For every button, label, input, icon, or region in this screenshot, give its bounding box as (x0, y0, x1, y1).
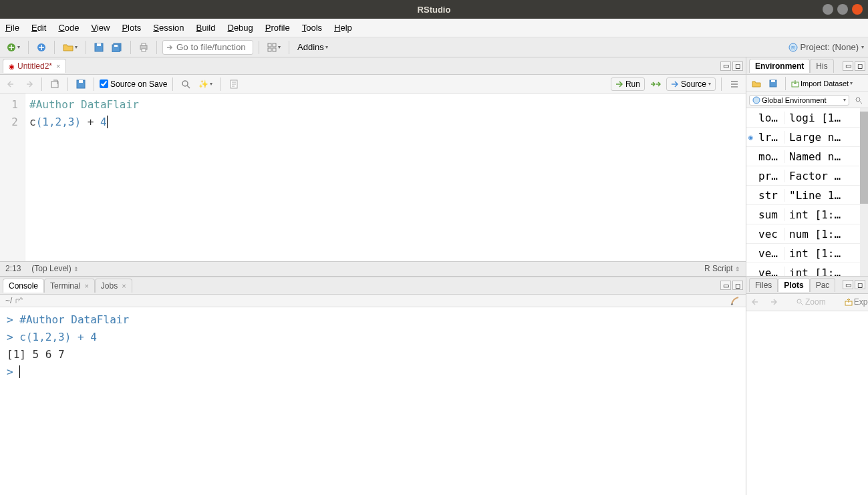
menu-debug[interactable]: Debug (228, 23, 253, 33)
clear-console-icon[interactable] (730, 296, 740, 305)
menu-profile[interactable]: Profile (265, 23, 290, 33)
goto-file-button[interactable] (162, 40, 253, 55)
maximize-pane-button[interactable]: ◻ (732, 281, 743, 290)
project-icon (37, 43, 46, 52)
env-variable-row[interactable]: ve…int [1:… (746, 263, 868, 276)
source-on-save-checkbox[interactable]: Source on Save (100, 79, 167, 89)
forward-button[interactable] (21, 79, 36, 90)
main-toolbar: ▾ ▾ ▾ Addins ▾ R Project: (None) ▾ (0, 37, 868, 57)
arrow-right-icon (24, 80, 33, 88)
load-workspace-button[interactable] (749, 78, 764, 89)
menu-plots[interactable]: Plots (122, 23, 141, 33)
import-dataset-button[interactable]: Import Dataset ▾ (791, 79, 853, 88)
outline-button[interactable] (727, 78, 742, 90)
print-icon (139, 43, 148, 52)
window-maximize-button[interactable] (837, 4, 848, 15)
env-variable-row[interactable]: mo…Named n… (746, 147, 868, 166)
menu-edit[interactable]: Edit (31, 23, 46, 33)
scrollbar[interactable] (860, 108, 868, 276)
maximize-pane-button[interactable]: ◻ (855, 61, 865, 71)
env-variable-row[interactable]: vecnum [1:… (746, 224, 868, 244)
import-icon (791, 79, 799, 88)
zoom-button[interactable]: Zoom (793, 296, 829, 308)
menu-view[interactable]: View (91, 23, 110, 33)
save-button[interactable] (92, 41, 106, 53)
search-icon (181, 79, 190, 89)
tab-environment[interactable]: Environment (749, 59, 810, 73)
menu-code[interactable]: Code (58, 23, 79, 33)
show-in-new-window-button[interactable] (47, 78, 62, 90)
source-tab-untitled2[interactable]: ◉ Untitled2* × (3, 59, 66, 73)
scope-selector[interactable]: (Top Level) ⇕ (31, 264, 79, 273)
svg-rect-12 (268, 48, 271, 51)
next-plot-button[interactable] (766, 297, 780, 307)
save-all-button[interactable] (109, 41, 125, 53)
menu-file[interactable]: File (5, 23, 19, 33)
goto-file-input[interactable] (176, 42, 250, 53)
close-tab-icon[interactable]: × (122, 282, 126, 290)
grid-view-button[interactable]: ▾ (265, 41, 283, 53)
tab-terminal[interactable]: Terminal × (44, 279, 95, 293)
menu-build[interactable]: Build (196, 23, 216, 33)
save-workspace-button[interactable] (766, 78, 780, 89)
open-file-button[interactable]: ▾ (60, 41, 80, 53)
tab-jobs[interactable]: Jobs × (95, 279, 132, 293)
scope-selector[interactable]: Global Environment ▾ (749, 95, 849, 106)
save-source-button[interactable] (74, 78, 88, 90)
minimize-pane-button[interactable]: ▭ (843, 61, 853, 71)
back-button[interactable] (4, 79, 19, 90)
env-scope-bar: Global Environment ▾ (746, 92, 868, 108)
env-variable-row[interactable]: ◉lr…Large n… (746, 128, 868, 147)
prev-plot-button[interactable] (749, 297, 762, 307)
rerun-button[interactable] (647, 79, 664, 90)
save-icon (769, 79, 777, 88)
minimize-pane-button[interactable]: ▭ (843, 280, 853, 289)
find-button[interactable] (178, 78, 193, 90)
env-variable-row[interactable]: str"Line 1… (746, 186, 868, 205)
env-variable-row[interactable]: ve…int [1:… (746, 244, 868, 263)
print-button[interactable] (136, 41, 151, 53)
menu-help[interactable]: Help (334, 23, 352, 33)
popout-icon[interactable] (15, 297, 23, 305)
project-selector[interactable]: R Project: (None) ▾ (788, 42, 864, 52)
arrow-right-icon (769, 298, 777, 306)
tab-files[interactable]: Files (749, 278, 778, 292)
code-tools-button[interactable]: ✨ ▾ (196, 78, 215, 90)
folder-open-icon (63, 43, 74, 52)
new-file-button[interactable]: ▾ (4, 41, 23, 53)
console-output[interactable]: > #Author DataFlair > c(1,2,3) + 4 [1] 5… (0, 307, 746, 496)
window-minimize-button[interactable] (823, 4, 833, 15)
svg-rect-18 (79, 80, 83, 83)
tab-packages[interactable]: Pac (810, 278, 836, 292)
svg-point-26 (797, 299, 801, 303)
env-variable-row[interactable]: sumint [1:… (746, 205, 868, 224)
file-type-selector[interactable]: R Script ⇕ (704, 264, 740, 273)
run-button[interactable]: Run (611, 77, 645, 91)
menu-session[interactable]: Session (153, 23, 184, 33)
menu-tools[interactable]: Tools (302, 23, 322, 33)
maximize-pane-button[interactable]: ◻ (732, 61, 743, 71)
new-project-button[interactable] (34, 41, 49, 53)
code-editor[interactable]: 1 2 #Author DataFlair c(1,2,3) + 4 (0, 94, 746, 261)
line-gutter: 1 2 (0, 94, 25, 261)
tab-plots[interactable]: Plots (778, 278, 809, 292)
export-button[interactable]: Expo (842, 296, 868, 308)
new-file-icon (7, 43, 16, 52)
close-tab-icon[interactable]: × (56, 62, 60, 70)
source-button[interactable]: Source ▾ (666, 77, 716, 91)
expand-icon[interactable]: ◉ (748, 133, 753, 142)
tab-history[interactable]: His (810, 59, 833, 73)
compile-report-button[interactable] (227, 78, 241, 90)
search-env-button[interactable] (852, 95, 865, 106)
svg-rect-13 (273, 48, 276, 51)
close-tab-icon[interactable]: × (84, 282, 88, 290)
env-variable-row[interactable]: lo…logi [1… (746, 108, 868, 128)
outline-icon (730, 79, 739, 89)
window-close-button[interactable] (852, 4, 863, 15)
maximize-pane-button[interactable]: ◻ (855, 280, 865, 289)
env-variable-row[interactable]: pr…Factor … (746, 166, 868, 186)
tab-console[interactable]: Console (3, 279, 44, 293)
minimize-pane-button[interactable]: ▭ (720, 61, 731, 71)
addins-button[interactable]: Addins ▾ (295, 41, 331, 53)
minimize-pane-button[interactable]: ▭ (720, 281, 731, 290)
